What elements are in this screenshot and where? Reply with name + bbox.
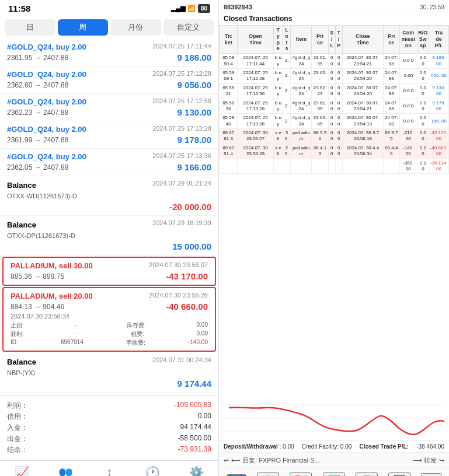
tx-range: 2361.99 → 2407.88 [7, 136, 68, 144]
tab-custom[interactable]: 自定义 [163, 19, 214, 36]
table-row[interactable]: 69 67 91 42024.07. 30 23:56:28s e ll2 0.… [220, 144, 449, 159]
table-row[interactable]: -350. 000.0 0-38 114. 00 [220, 159, 449, 174]
col-sl: S/L [328, 26, 335, 54]
nav-settings[interactable]: ⚙️ 设置 [182, 466, 211, 476]
col-tp: T/P [335, 26, 342, 54]
history-icon: 🕐 [145, 466, 160, 476]
list-item[interactable]: #GOLD_Q24, buy 2.00 2024.07.25 17:13:28 … [0, 121, 218, 149]
reply-button[interactable]: ↩ ⟵ 回复: FXPRO Financial S... [224, 456, 320, 465]
tx-title: Balance [7, 220, 36, 229]
list-item[interactable]: #GOLD_Q24, buy 2.00 2024.07.25 17:12:28 … [0, 66, 218, 94]
profit-value: -109 605.83 [174, 401, 211, 411]
stop-loss-label: 止损: [11, 321, 24, 330]
toolbar: AI⁺ 📋 🚩 🔄 🗑️ ⬛ ••• [219, 468, 449, 476]
tx-profit: 9 130.00 [177, 107, 211, 117]
tx-range: 2362.23 → 2407.88 [7, 108, 68, 117]
col-close-time: CloseTime [342, 26, 383, 54]
tx-title: #GOLD_Q24, buy 2.00 [7, 152, 86, 161]
status-bar: 11:58 ▂▄▆ 📶 80 [0, 0, 218, 16]
deposit-label: 入金： [7, 423, 28, 433]
tab-day[interactable]: 日 [5, 19, 55, 36]
nav-history[interactable]: 🕐 历史 [138, 466, 168, 476]
col-commission: Commission [399, 26, 417, 54]
table-row[interactable]: 65 58 362024.07. 25 17:13:28b u y2.#gol … [220, 99, 449, 114]
more-button[interactable]: ••• [421, 473, 441, 477]
col-open-time: OpenTime [238, 26, 274, 54]
right-panel: 88392843 30, 23:59 Closed Transactions T… [219, 0, 449, 476]
nav-market[interactable]: 📈 行情 [7, 466, 36, 476]
table-row[interactable]: 65 59 212024.07. 25 17:12:56b u y2.#gol … [220, 83, 449, 99]
list-item[interactable]: Balance NBP-(YX) 2024.07.31 00:24:34 9 1… [0, 353, 218, 393]
tx-title: #GOLD_Q24, buy 2.00 [7, 43, 86, 51]
forward-button[interactable]: ⟶ 转发 ↪ [413, 456, 444, 465]
tx-title: #GOLD_Q24, buy 2.00 [7, 70, 86, 79]
list-item[interactable]: Balance OTXX-WD(11261673)-D 2024.07.29 0… [0, 176, 218, 216]
transactions-table-container[interactable]: Ticket OpenTime Type Lots Item Price S/L… [219, 25, 449, 394]
forward-msg-button[interactable]: 🔄 [323, 473, 345, 476]
table-row[interactable]: 65 58 90 42024.07. 25 17:11:44b u y2.#go… [220, 54, 449, 69]
withdrawal-value: -58 500.00 [178, 434, 211, 444]
transaction-list: #GOLD_Q24, buy 2.00 2024.07.25 17:11:44 … [0, 39, 218, 395]
summary-profit-row: 利润： -109 605.83 [7, 400, 211, 411]
tax-value: 0.00 [197, 330, 208, 338]
list-item[interactable]: #GOLD_Q24, buy 2.00 2024.07.25 17:12:56 … [0, 94, 218, 121]
account-id: 88392843 [224, 4, 252, 10]
tx-date: 2024.07.25 17:12:56 [152, 97, 211, 104]
tx-range: 884.13 → 904.46 [11, 303, 64, 311]
chart-area [219, 394, 449, 440]
tab-bar: 日 周 月份 自定义 [0, 16, 218, 39]
tab-month[interactable]: 月份 [110, 19, 161, 36]
transactions-table: Ticket OpenTime Type Lots Item Price S/L… [219, 25, 449, 174]
tx-date: 2024.07.25 17:11:44 [152, 43, 211, 50]
signal-icon: ▂▄▆ [171, 5, 185, 12]
tx-profit: -43 170.00 [166, 271, 208, 281]
copy-button[interactable]: 📋 [257, 473, 279, 476]
report-date: 30, 23:59 [420, 4, 444, 10]
tx-title: PALLADIUM, sell 20.00 [11, 292, 93, 300]
nav-trade[interactable]: ↕️ 交易 [95, 466, 124, 476]
tx-profit: 9 056.00 [177, 80, 211, 90]
tx-range: 2362.05 → 2407.88 [7, 163, 68, 172]
col-pl: TradeP/L [429, 26, 448, 54]
tab-week[interactable]: 周 [58, 19, 109, 36]
tx-date: 2024.07.29 01:21:24 [152, 180, 211, 187]
col-price: Price [312, 26, 328, 54]
delete-button[interactable]: 🗑️ [356, 473, 378, 476]
profit-chart [224, 396, 444, 440]
section-title: Closed Transactions [219, 12, 449, 25]
storage-label: 库存费: [127, 321, 146, 330]
tx-title: #GOLD_Q24, buy 2.00 [7, 97, 86, 106]
wifi-icon: 📶 [187, 5, 196, 12]
table-row[interactable]: 69 67 91 32024.07. 30 23:56:07s e ll3 0.… [220, 129, 449, 144]
tx-detail-date: 2024.07.30 23:56:34 [11, 313, 69, 320]
block-button[interactable]: ⬛ [388, 473, 410, 476]
list-item[interactable]: PALLADIUM, sell 30.00 2024.07.30 23:56:0… [2, 257, 216, 286]
list-item[interactable]: Balance OTXX-DP(11261673)-D 2024.07.29 1… [0, 216, 218, 256]
tx-date: 2024.07.25 17:13:28 [152, 125, 211, 132]
tx-date: 2024.07.25 17:12:28 [152, 70, 211, 77]
settings-icon: ⚙️ [189, 466, 204, 476]
balance-label: 结余： [7, 445, 28, 455]
flag-button[interactable]: 🚩 [290, 473, 312, 476]
summary-deposit-row: 入金： 94 174.44 [7, 422, 211, 433]
tx-subtitle: OTXX-WD(11261673)-D [7, 192, 77, 200]
credit-value: 0.00 [198, 412, 211, 422]
summary-balance-row: 结余： -73 931.39 [7, 444, 211, 456]
id-value: 6967914 [61, 339, 83, 347]
summary-withdrawal-row: 出金： -58 500.00 [7, 433, 211, 444]
storage-value: 0.00 [197, 321, 208, 330]
tx-subtitle: NBP-(YX) [7, 369, 35, 376]
table-row[interactable]: 65 59 402024.07. 25 17:13:36b u y2.#gol … [220, 114, 449, 129]
list-item[interactable]: #GOLD_Q24, buy 2.00 2024.07.25 17:13:36 … [0, 149, 218, 176]
id-label: ID: [11, 339, 18, 347]
table-row[interactable]: 65 59 09 12024.07. 25 17:12:28b u y2.#go… [220, 68, 449, 83]
list-item[interactable]: #GOLD_Q24, buy 2.00 2024.07.25 17:11:44 … [0, 39, 218, 66]
col-lots: Lots [283, 26, 291, 54]
reply-text: ⟵ 回复: FXPRO Financial S... [231, 456, 320, 465]
nav-chart[interactable]: 👥 图表 [51, 466, 80, 476]
chart-icon: 👥 [58, 466, 73, 476]
bottom-nav: 📈 行情 👥 图表 ↕️ 交易 🕐 历史 ⚙️ 设置 [0, 460, 218, 476]
trade-icon: ↕️ [106, 466, 112, 476]
col-type: Type [273, 26, 283, 54]
list-item[interactable]: PALLADIUM, sell 20.00 2024.07.30 23:56:2… [2, 287, 216, 352]
